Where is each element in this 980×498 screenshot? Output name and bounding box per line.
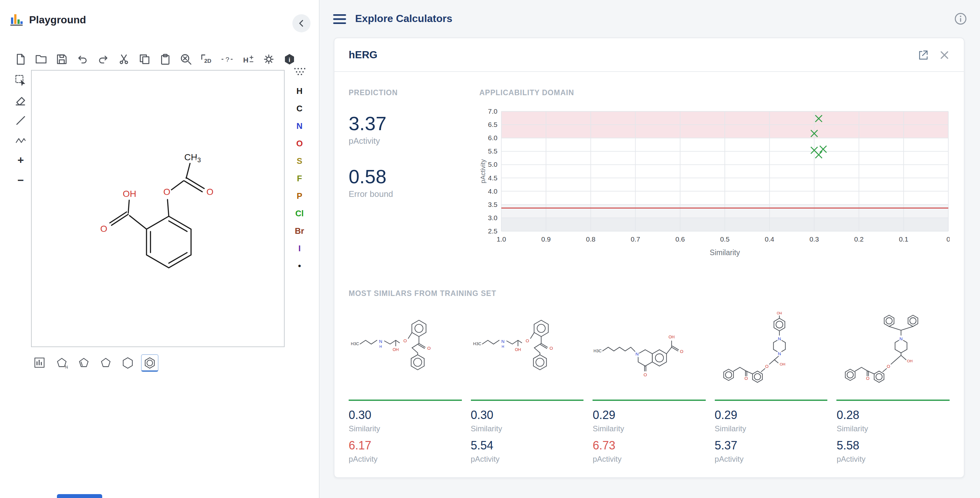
erase-tool-button[interactable]	[13, 93, 29, 108]
select-tool-button[interactable]	[13, 73, 29, 88]
select-rectangle-icon	[14, 74, 27, 87]
similar-compound-card-2[interactable]: H3C N H OH O O 0.30 Similarity	[471, 302, 584, 469]
similar-compound-card-4[interactable]: OH N N OH O O 0.29 Similarity	[715, 302, 828, 469]
new-document-icon	[14, 53, 27, 65]
similarity-bar	[471, 399, 584, 401]
pactivity-value: 5.54	[471, 439, 584, 453]
fragment-icon	[294, 67, 305, 75]
info-hexagon-icon: i	[283, 53, 296, 65]
svg-text:OH: OH	[907, 359, 913, 363]
query-properties-button[interactable]: ?	[220, 52, 235, 67]
scissors-icon	[118, 53, 130, 65]
chevron-left-icon	[297, 19, 306, 28]
layout-2d-button[interactable]: 2D	[199, 52, 214, 67]
charge-minus-button[interactable]: −	[13, 173, 29, 188]
applicability-domain-chart: 2.53.03.54.04.55.05.56.06.57.01.00.90.80…	[479, 107, 950, 260]
cut-button[interactable]	[116, 52, 131, 67]
svg-text:0.4: 0.4	[765, 235, 775, 243]
info-button[interactable]	[954, 12, 967, 25]
svg-text:0: 0	[947, 235, 950, 243]
hydrogens-button[interactable]: H	[241, 52, 256, 67]
svg-text:O: O	[427, 346, 431, 351]
similar-compound-card-3[interactable]: H3C N O OH O 0.29 Similarity 6.73	[593, 302, 705, 469]
template-cyclohexane-button[interactable]	[119, 354, 137, 372]
svg-text:6.0: 6.0	[488, 134, 498, 142]
export-button[interactable]	[917, 49, 929, 61]
calculator-title: hERG	[348, 49, 907, 61]
similar-molecule-structure: N OH O O	[837, 302, 950, 398]
app: Playground 2D ? H i +	[0, 0, 980, 498]
element-button-I[interactable]: I	[298, 243, 301, 253]
paste-button[interactable]	[158, 52, 173, 67]
template-cyclopentane-button[interactable]	[97, 354, 115, 372]
svg-text:H3C: H3C	[593, 349, 601, 353]
svg-text:Similarity: Similarity	[710, 248, 740, 257]
svg-text:H: H	[379, 345, 382, 348]
erase-structure-button[interactable]	[178, 52, 193, 67]
svg-text:1.0: 1.0	[496, 235, 506, 243]
svg-text:O: O	[887, 364, 891, 369]
molecule-canvas[interactable]: O O O OH CH3	[31, 70, 285, 347]
svg-text:0.5: 0.5	[720, 235, 729, 243]
similarity-value: 0.29	[715, 409, 828, 422]
most-similars-label: MOST SIMILARS FROM TRAINING SET	[348, 289, 950, 297]
menu-button[interactable]	[332, 13, 347, 24]
element-button-P[interactable]: P	[297, 190, 302, 201]
pactivity-label: pActivity	[837, 455, 950, 464]
new-document-button[interactable]	[13, 52, 28, 67]
single-bond-icon	[14, 114, 27, 127]
chain-tool-button[interactable]	[13, 133, 29, 148]
clear-canvas-icon	[180, 53, 192, 65]
about-button[interactable]: i	[282, 52, 297, 67]
element-button-Br[interactable]: Br	[295, 225, 304, 236]
bond-tool-button[interactable]	[13, 113, 29, 128]
close-button[interactable]	[939, 49, 950, 60]
svg-text:0.2: 0.2	[854, 235, 864, 243]
template-bar: N	[31, 354, 159, 372]
template-n-ring-button[interactable]: N	[53, 354, 70, 372]
prediction-label: PREDICTION	[348, 89, 479, 96]
save-button[interactable]	[54, 52, 69, 67]
similarity-label: Similarity	[593, 424, 705, 433]
redo-button[interactable]	[96, 52, 111, 67]
element-button-S[interactable]: S	[297, 155, 302, 166]
sketcher-toolbar: 2D ? H i	[13, 52, 297, 67]
svg-text:2D: 2D	[204, 58, 211, 64]
svg-text:OH: OH	[515, 348, 521, 352]
paste-icon	[159, 53, 172, 65]
svg-text:H: H	[501, 345, 504, 348]
element-button-O[interactable]: O	[296, 138, 303, 148]
hydrogens-icon: H	[241, 53, 255, 65]
error-bound-label: Error bound	[348, 189, 479, 199]
cyclopentane-icon	[99, 356, 113, 370]
element-button-C[interactable]: C	[297, 103, 303, 113]
svg-text:O: O	[866, 376, 870, 381]
template-library-button[interactable]	[31, 354, 49, 372]
collapse-panel-button[interactable]	[293, 14, 310, 32]
template-library-icon	[33, 356, 46, 370]
info-circle-icon	[954, 12, 967, 25]
element-button-N[interactable]: N	[297, 120, 303, 131]
template-benzene-button[interactable]	[141, 354, 159, 372]
similarity-label: Similarity	[471, 424, 584, 433]
settings-button[interactable]	[261, 52, 276, 67]
element-button-F[interactable]: F	[297, 173, 302, 183]
charge-plus-button[interactable]: +	[13, 153, 29, 168]
similar-molecule-structure: H3C N H OH O O	[471, 302, 584, 398]
open-button[interactable]	[33, 52, 49, 67]
any-atom-button[interactable]: •	[298, 260, 301, 271]
svg-text:N: N	[636, 352, 639, 356]
template-cyclopentadiene-button[interactable]	[75, 354, 92, 372]
periodic-element-column: HCNOSFPClBrI•	[287, 67, 312, 271]
copy-button[interactable]	[137, 52, 152, 67]
fragment-tool-button[interactable]	[294, 67, 305, 77]
methyl-label: CH3	[185, 152, 201, 163]
layout-2d-icon: 2D	[200, 53, 213, 65]
undo-button[interactable]	[75, 52, 90, 67]
similar-compound-card-1[interactable]: H3C N H OH O O 0.30 Similarity	[348, 302, 461, 469]
svg-text:3.5: 3.5	[488, 201, 498, 208]
similar-compound-card-5[interactable]: N OH O O 0.28 Similarity 5.58 pActivity	[837, 302, 950, 469]
svg-text:N: N	[778, 351, 781, 356]
element-button-Cl[interactable]: Cl	[295, 208, 304, 218]
element-button-H[interactable]: H	[297, 86, 303, 96]
